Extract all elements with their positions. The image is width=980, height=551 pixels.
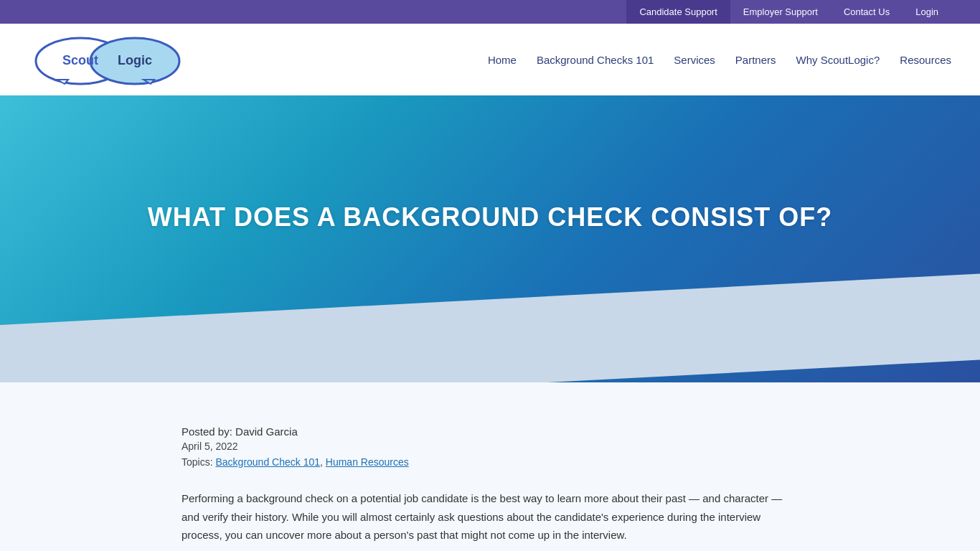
svg-text:Scout: Scout bbox=[62, 53, 98, 67]
login-link[interactable]: Login bbox=[903, 0, 951, 24]
main-nav: Scout Logic Home Background Checks 101 S… bbox=[0, 24, 980, 95]
post-meta: Posted by: David Garcia April 5, 2022 To… bbox=[182, 425, 798, 468]
svg-text:Logic: Logic bbox=[118, 53, 152, 67]
nav-links: Home Background Checks 101 Services Part… bbox=[488, 54, 951, 66]
content-area: Posted by: David Garcia April 5, 2022 To… bbox=[0, 382, 980, 551]
hero-section: WHAT DOES A BACKGROUND CHECK CONSIST OF? bbox=[0, 95, 980, 382]
post-body: Performing a background check on a poten… bbox=[182, 489, 798, 551]
nav-services[interactable]: Services bbox=[674, 54, 715, 66]
content-inner: Posted by: David Garcia April 5, 2022 To… bbox=[182, 425, 798, 551]
top-bar: Candidate Support Employer Support Conta… bbox=[0, 0, 980, 24]
hero-title: WHAT DOES A BACKGROUND CHECK CONSIST OF? bbox=[148, 202, 833, 232]
post-topics: Topics: Background Check 101, Human Reso… bbox=[182, 456, 798, 468]
nav-background-checks[interactable]: Background Checks 101 bbox=[537, 54, 654, 66]
topic-background-check[interactable]: Background Check 101 bbox=[215, 456, 320, 468]
logo: Scout Logic bbox=[29, 31, 187, 88]
candidate-support-link[interactable]: Candidate Support bbox=[626, 0, 730, 24]
post-paragraph-1: Performing a background check on a poten… bbox=[182, 489, 798, 545]
topic-human-resources[interactable]: Human Resources bbox=[326, 456, 409, 468]
employer-support-link[interactable]: Employer Support bbox=[730, 0, 831, 24]
nav-why-scoutlogic[interactable]: Why ScoutLogic? bbox=[796, 54, 880, 66]
logo-area: Scout Logic bbox=[29, 31, 187, 88]
post-date: April 5, 2022 bbox=[182, 441, 798, 452]
nav-partners[interactable]: Partners bbox=[735, 54, 776, 66]
contact-us-link[interactable]: Contact Us bbox=[831, 0, 903, 24]
nav-resources[interactable]: Resources bbox=[900, 54, 951, 66]
nav-home[interactable]: Home bbox=[488, 54, 517, 66]
topics-label: Topics: bbox=[182, 456, 213, 468]
post-author: Posted by: David Garcia bbox=[182, 425, 798, 438]
